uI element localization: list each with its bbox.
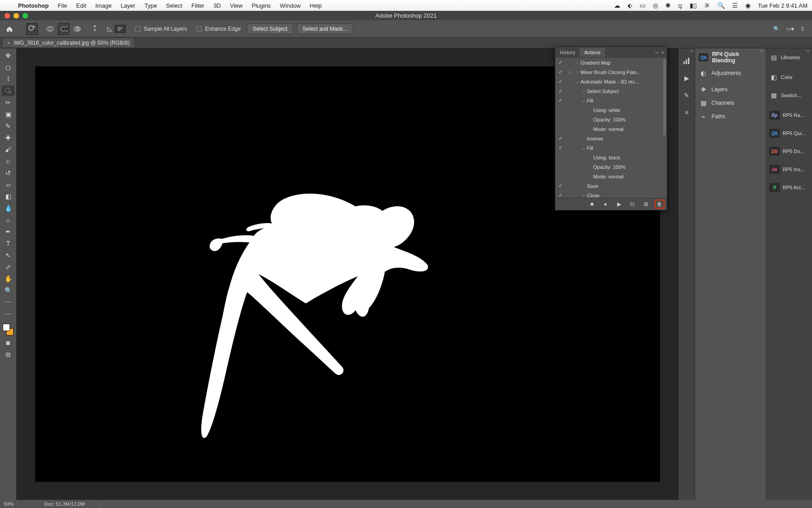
cc-icon[interactable]: ✺ bbox=[662, 2, 674, 9]
path-selection-tool-icon[interactable]: ↖ bbox=[2, 250, 14, 261]
quick-selection-tool-icon[interactable] bbox=[2, 85, 14, 96]
action-row[interactable]: Mode: normal bbox=[555, 124, 667, 134]
panel-libraries[interactable]: ▤ Libraries bbox=[766, 48, 812, 66]
dropbox-icon[interactable]: ⬖ bbox=[624, 2, 636, 9]
history-tab[interactable]: History bbox=[555, 48, 580, 57]
menu-image[interactable]: Image bbox=[91, 2, 116, 9]
disclosure-icon[interactable]: › bbox=[581, 193, 587, 198]
angle-input[interactable]: 0° bbox=[115, 25, 126, 33]
action-toggle-icon[interactable]: ✓ bbox=[555, 145, 565, 151]
edit-toolbar-icon[interactable]: ⋯ bbox=[2, 297, 14, 308]
sample-all-layers-checkbox[interactable]: Sample All Layers bbox=[132, 26, 190, 32]
delete-action-icon[interactable]: 🗑 bbox=[655, 200, 664, 208]
action-row[interactable]: ✓Save bbox=[555, 181, 667, 191]
dock-levels-icon[interactable] bbox=[681, 56, 692, 66]
action-toggle-icon[interactable]: ✓ bbox=[555, 192, 565, 198]
zoom-level[interactable]: 50% bbox=[4, 501, 31, 507]
zoom-tool-icon[interactable]: 🔍 bbox=[2, 285, 14, 296]
menu-edit[interactable]: Edit bbox=[72, 2, 91, 9]
spotlight-icon[interactable]: 🔍 bbox=[714, 2, 729, 9]
menu-help[interactable]: Help bbox=[305, 2, 327, 9]
screen-mode-tool-icon[interactable]: ⧉ bbox=[2, 349, 14, 360]
dodge-tool-icon[interactable]: ☼ bbox=[2, 214, 14, 225]
display-icon[interactable]: ▭ bbox=[636, 2, 649, 9]
menu-file[interactable]: File bbox=[53, 2, 72, 9]
menu-app[interactable]: Photoshop bbox=[14, 2, 53, 9]
panel-paths[interactable]: ⌁ Paths bbox=[695, 110, 766, 123]
add-to-selection-icon[interactable] bbox=[44, 23, 56, 35]
blur-tool-icon[interactable]: 💧 bbox=[2, 203, 14, 214]
panel-layers[interactable]: ❖ Layers bbox=[695, 83, 766, 96]
foreground-background-swatch[interactable] bbox=[2, 323, 14, 336]
share-icon[interactable]: ⇪ bbox=[800, 26, 805, 32]
action-row[interactable]: Mode: normal bbox=[555, 172, 667, 181]
foreground-color-swatch[interactable] bbox=[3, 324, 10, 331]
pen-tool-icon[interactable]: ✒ bbox=[2, 226, 14, 237]
collapse-mid-icon[interactable]: ›› bbox=[760, 48, 763, 53]
action-row[interactable]: ✓Inverse bbox=[555, 134, 667, 143]
home-icon[interactable] bbox=[4, 23, 15, 35]
actions-panel[interactable]: History Actions ›› ≡ ✓›Gradient Map✓▭›Mi… bbox=[555, 47, 667, 210]
action-row[interactable]: ✓›Select Subject bbox=[555, 86, 667, 96]
search-icon[interactable]: 🔍 bbox=[773, 26, 780, 32]
dock-sliders-icon[interactable]: ≡ bbox=[681, 107, 692, 118]
menu-view[interactable]: View bbox=[226, 2, 247, 9]
menu-3d[interactable]: 3D bbox=[209, 2, 226, 9]
at-icon[interactable]: ◎ bbox=[649, 2, 662, 9]
hand-tool-icon[interactable]: ✋ bbox=[2, 273, 14, 284]
gradient-tool-icon[interactable]: ◧ bbox=[2, 191, 14, 202]
action-row[interactable]: ✓⌄Fill bbox=[555, 143, 667, 153]
direct-selection-tool-icon[interactable]: ⬀ bbox=[2, 261, 14, 272]
panel-swatches[interactable]: ▦ Swatch... bbox=[766, 86, 812, 104]
brush-preview[interactable]: 9 bbox=[89, 25, 100, 32]
intersect-selection-icon[interactable] bbox=[71, 23, 83, 35]
action-row[interactable]: ✓›Close bbox=[555, 191, 667, 198]
doc-size[interactable]: Doc: 51.3M/12.0M bbox=[44, 501, 85, 507]
brush-tool-icon[interactable]: 🖌 bbox=[2, 144, 14, 155]
action-row[interactable]: ✓⌄Automatic Mask - 3D rec... bbox=[555, 77, 667, 86]
enhance-edge-checkbox[interactable]: Enhance Edge bbox=[194, 26, 244, 32]
cloud-icon[interactable]: ☁︎ bbox=[610, 2, 624, 9]
action-row[interactable]: ✓⌄Fill bbox=[555, 96, 667, 105]
menu-type[interactable]: Type bbox=[140, 2, 161, 9]
bluetooth-icon[interactable]: ⚼ bbox=[674, 2, 686, 9]
action-row[interactable]: Using: white bbox=[555, 105, 667, 115]
dock-brushes-icon[interactable]: ✎ bbox=[681, 90, 692, 101]
status-menu-icon[interactable]: › bbox=[98, 501, 100, 507]
history-brush-tool-icon[interactable]: ↺ bbox=[2, 168, 14, 178]
play-selection-icon[interactable]: ▶ bbox=[614, 200, 623, 208]
marquee-tool-icon[interactable]: ◻ bbox=[2, 62, 14, 73]
lasso-tool-icon[interactable]: ⌇ bbox=[2, 74, 14, 84]
action-row[interactable]: Opacity: 100% bbox=[555, 115, 667, 124]
expand-dock-icon[interactable]: ‹‹ bbox=[690, 48, 693, 53]
collapse-right-icon[interactable]: ›› bbox=[806, 48, 809, 53]
actions-scrollbar[interactable] bbox=[663, 59, 666, 135]
dock-play-icon[interactable]: ▶ bbox=[681, 73, 692, 84]
stop-recording-icon[interactable]: ■ bbox=[587, 200, 596, 208]
select-and-mask-button[interactable]: Select and Mask... bbox=[297, 23, 353, 34]
close-tab-icon[interactable]: × bbox=[7, 40, 10, 46]
wifi-icon[interactable]: ⚞ bbox=[701, 2, 714, 9]
panel-collapse-icon[interactable]: ›› bbox=[655, 50, 658, 55]
panel-color[interactable]: ◧ Color bbox=[766, 68, 812, 86]
healing-brush-tool-icon[interactable]: ✚ bbox=[2, 132, 14, 143]
clone-stamp-tool-icon[interactable]: ⎌ bbox=[2, 156, 14, 167]
action-toggle-icon[interactable]: ✓ bbox=[555, 69, 565, 75]
menu-layer[interactable]: Layer bbox=[116, 2, 140, 9]
disclosure-icon[interactable]: ⌄ bbox=[574, 79, 581, 84]
ext-rp5-do[interactable]: Db RP5 Do... bbox=[766, 142, 812, 160]
menu-filter[interactable]: Filter bbox=[187, 2, 209, 9]
panel-rp4[interactable]: Qb RP4 Quick Blending bbox=[695, 48, 766, 66]
eraser-tool-icon[interactable]: ▱ bbox=[2, 179, 14, 190]
ext-rp5-ins[interactable]: im RP5 Ins... bbox=[766, 160, 812, 178]
menu-plugins[interactable]: Plugins bbox=[247, 2, 276, 9]
move-tool-icon[interactable]: ✥ bbox=[2, 50, 14, 61]
panel-menu-icon[interactable]: ≡ bbox=[661, 50, 664, 55]
new-set-icon[interactable]: 🗀 bbox=[628, 200, 637, 208]
battery-icon[interactable]: ▮▯ bbox=[686, 2, 701, 9]
action-row[interactable]: ✓▭›Mixer Brush Cloning Pain... bbox=[555, 67, 667, 77]
disclosure-icon[interactable]: › bbox=[574, 61, 581, 65]
menu-window[interactable]: Window bbox=[275, 2, 305, 9]
disclosure-icon[interactable]: › bbox=[581, 89, 587, 93]
ext-rp5-ra[interactable]: Rp RP5 Ra... bbox=[766, 106, 812, 124]
